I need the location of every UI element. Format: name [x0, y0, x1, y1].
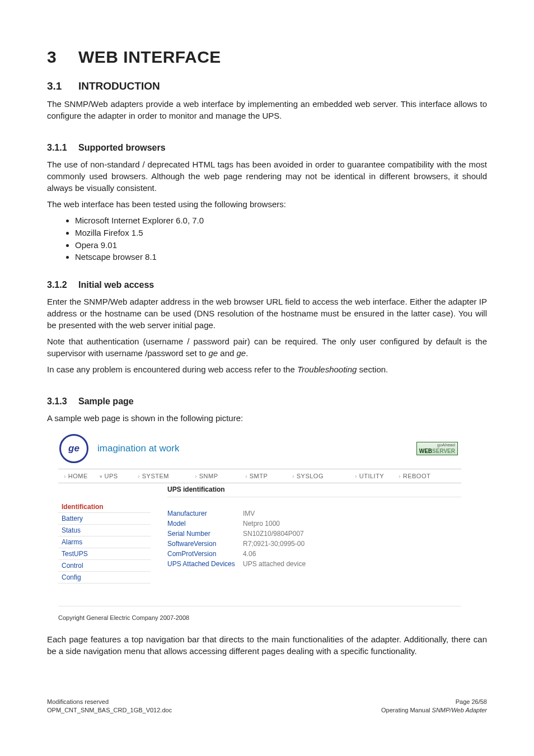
subsection-heading: 3.1.1Supported browsers	[47, 143, 487, 153]
table-row: ManufacturerIMV	[167, 508, 306, 519]
chapter-title: WEB INTERFACE	[78, 48, 221, 66]
section-heading: 3.1INTRODUCTION	[47, 80, 487, 92]
paragraph: The SNMP/Web adapters provide a web inte…	[47, 98, 487, 122]
list-item: Mozilla Firefox 1.5	[75, 227, 487, 239]
list-item: Netscape browser 8.1	[75, 251, 487, 263]
list-item: Microsoft Internet Explorer 6.0, 7.0	[75, 214, 487, 227]
chapter-number: 3	[47, 48, 78, 67]
shot-copyright: Copyright General Electric Company 2007-…	[58, 606, 461, 621]
nav-smtp[interactable]: SMTP	[245, 473, 291, 479]
nav-ups[interactable]: UPS	[100, 473, 137, 479]
side-alarms[interactable]: Alarms	[58, 536, 151, 548]
side-nav: Identification Battery Status Alarms Tes…	[58, 483, 151, 584]
paragraph: In case any problem is encountered durin…	[47, 363, 487, 375]
table-row: ComProtVersion4.06	[167, 549, 306, 559]
panel-title: UPS identification	[167, 483, 461, 497]
side-config[interactable]: Config	[58, 572, 151, 584]
ident-table: ManufacturerIMV ModelNetpro 1000 Serial …	[167, 508, 306, 569]
top-nav: HOME UPS SYSTEM SNMP SMTP SYSLOG UTILITY…	[58, 469, 461, 483]
side-status[interactable]: Status	[58, 525, 151, 536]
nav-system[interactable]: SYSTEM	[138, 473, 194, 479]
tagline: imagination at work	[97, 443, 179, 454]
paragraph: Enter the SNMP/Web adapter address in th…	[47, 296, 487, 331]
paragraph: Note that authentication (username / pas…	[47, 335, 487, 359]
webserver-badge: goAhead WEBSERVER	[416, 442, 458, 455]
nav-snmp[interactable]: SNMP	[195, 473, 244, 479]
table-row: ModelNetpro 1000	[167, 519, 306, 529]
table-row: UPS Attached DevicesUPS attached device	[167, 559, 306, 569]
chapter-heading: 3WEB INTERFACE	[47, 48, 487, 67]
table-row: SoftwareVersionR7;0921-30;0995-00	[167, 539, 306, 549]
paragraph: A sample web page is shown in the follow…	[47, 412, 487, 424]
nav-reboot[interactable]: REBOOT	[399, 473, 443, 479]
nav-syslog[interactable]: SYSLOG	[292, 473, 354, 479]
page-footer: Modifications reserved OPM_CNT_SNM_BAS_C…	[47, 698, 487, 715]
paragraph: The use of non-standard / deprecated HTM…	[47, 158, 487, 194]
subsection-heading: 3.1.2Initial web access	[47, 280, 487, 290]
ge-logo-icon: ge	[59, 434, 88, 463]
nav-utility[interactable]: UTILITY	[355, 473, 397, 479]
table-row: Serial NumberSN10Z10/9804P007	[167, 529, 306, 539]
paragraph: Each page features a top navigation bar …	[47, 633, 487, 657]
sample-screenshot: ge imagination at work goAhead WEBSERVER…	[58, 434, 461, 621]
side-control[interactable]: Control	[58, 560, 151, 572]
side-battery[interactable]: Battery	[58, 513, 151, 525]
browser-list: Microsoft Internet Explorer 6.0, 7.0 Moz…	[75, 214, 487, 263]
side-identification[interactable]: Identification	[58, 501, 151, 513]
paragraph: The web interface has been tested using …	[47, 198, 487, 210]
subsection-heading: 3.1.3Sample page	[47, 396, 487, 407]
list-item: Opera 9.01	[75, 239, 487, 251]
nav-home[interactable]: HOME	[64, 473, 99, 479]
side-testups[interactable]: TestUPS	[58, 548, 151, 560]
